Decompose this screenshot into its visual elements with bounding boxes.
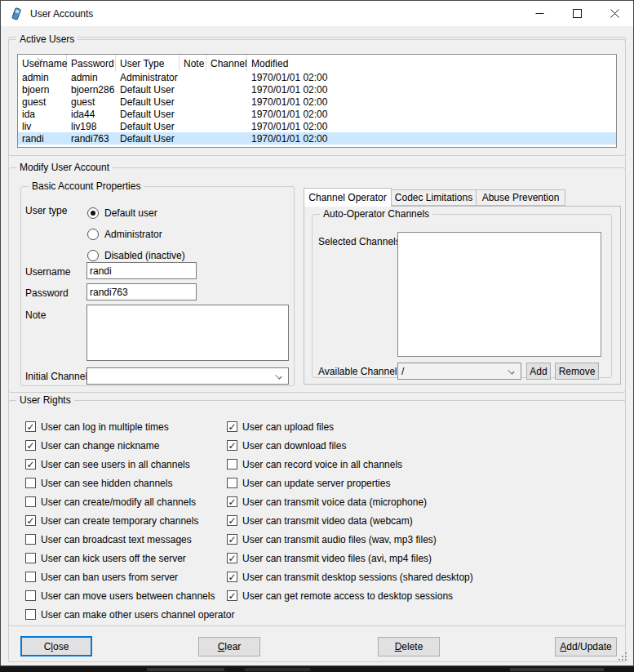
user-right-user-can-move-users-between-channels[interactable]: User can move users between channels xyxy=(25,586,234,605)
initial-channel-label: Initial Channel xyxy=(25,371,87,382)
user-type-radio-group: Default userAdministratorDisabled (inact… xyxy=(87,202,185,266)
unchecked-checkbox[interactable] xyxy=(25,478,36,488)
checked-checkbox[interactable] xyxy=(227,496,237,507)
add-channel-button[interactable]: Add xyxy=(526,363,551,380)
user-rights-right-column: User can upload filesUser can download f… xyxy=(227,417,473,605)
radio-option-administrator[interactable]: Administrator xyxy=(87,224,185,245)
checked-checkbox[interactable] xyxy=(25,459,36,470)
unchecked-checkbox[interactable] xyxy=(25,609,36,620)
username-field[interactable] xyxy=(86,262,197,279)
user-right-user-can-broadcast-text-messages[interactable]: User can broadcast text messages xyxy=(25,530,234,549)
column-header-password[interactable]: Password xyxy=(67,55,116,71)
radio-button[interactable] xyxy=(87,207,99,219)
app-icon xyxy=(10,7,23,20)
column-header-modified[interactable]: Modified xyxy=(247,55,616,71)
add-update-button[interactable]: Add/Update xyxy=(555,637,617,656)
radio-option-default-user[interactable]: Default user xyxy=(87,202,185,224)
remove-channel-button[interactable]: Remove xyxy=(555,363,599,380)
user-right-user-can-transmit-voice-data-microphone[interactable]: User can transmit voice data (microphone… xyxy=(227,492,473,511)
cell-username: admin xyxy=(18,72,67,83)
checkbox-label: User can transmit video files (avi, mp4 … xyxy=(242,553,432,564)
table-row[interactable]: idaida44Default User1970/01/01 02:00 xyxy=(18,108,616,120)
user-right-user-can-upload-files[interactable]: User can upload files xyxy=(227,417,473,436)
table-row[interactable]: randirandi763Default User1970/01/01 02:0… xyxy=(18,132,616,145)
available-channels-combobox[interactable]: / xyxy=(397,363,521,380)
checked-checkbox[interactable] xyxy=(227,590,237,601)
user-right-user-can-transmit-audio-files-wav-mp3-files[interactable]: User can transmit audio files (wav, mp3 … xyxy=(227,530,473,549)
clear-button[interactable]: Clear xyxy=(198,637,260,656)
table-row[interactable]: adminadminAdministrator1970/01/01 02:00 xyxy=(18,71,616,83)
checkbox-label: User can kick users off the server xyxy=(41,553,186,564)
user-right-user-can-see-hidden-channels[interactable]: User can see hidden channels xyxy=(25,474,234,492)
table-row[interactable]: guestguestDefault User1970/01/01 02:00 xyxy=(18,96,616,108)
selected-channels-listbox[interactable] xyxy=(397,232,601,357)
column-header-user-type[interactable]: User Type xyxy=(116,55,180,71)
titlebar[interactable]: User Accounts xyxy=(1,1,633,26)
unchecked-checkbox[interactable] xyxy=(25,553,36,563)
user-right-user-can-see-users-in-all-channels[interactable]: User can see users in all channels xyxy=(25,455,234,474)
sort-ascending-icon xyxy=(38,56,42,61)
radio-button[interactable] xyxy=(87,250,99,261)
user-right-user-can-create-modify-all-channels[interactable]: User can create/modify all channels xyxy=(25,492,234,511)
password-field[interactable] xyxy=(86,283,197,300)
user-right-user-can-log-in-multiple-times[interactable]: User can log in multiple times xyxy=(25,417,234,436)
checked-checkbox[interactable] xyxy=(25,515,36,526)
modify-user-account-group-label: Modify User Account xyxy=(16,162,113,173)
unchecked-checkbox[interactable] xyxy=(25,496,36,507)
user-right-user-can-download-files[interactable]: User can download files xyxy=(227,436,473,455)
close-button[interactable]: Close xyxy=(20,636,92,656)
user-right-user-can-change-nickname[interactable]: User can change nickname xyxy=(25,436,234,455)
checked-checkbox[interactable] xyxy=(227,572,237,582)
cell-user-type: Default User xyxy=(116,109,180,120)
checked-checkbox[interactable] xyxy=(227,515,237,526)
unchecked-checkbox[interactable] xyxy=(25,590,36,601)
delete-button[interactable]: Delete xyxy=(378,637,440,656)
user-right-user-can-record-voice-in-all-channels[interactable]: User can record voice in all channels xyxy=(227,455,473,474)
unchecked-checkbox[interactable] xyxy=(227,478,237,488)
checked-checkbox[interactable] xyxy=(227,534,237,545)
maximize-button[interactable] xyxy=(558,1,596,26)
active-users-table[interactable]: UsernamePasswordUser TypeNoteChannelModi… xyxy=(17,54,617,148)
user-right-user-can-transmit-desktop-sessions-shared-desktop[interactable]: User can transmit desktop sessions (shar… xyxy=(227,567,473,586)
column-header-username[interactable]: Username xyxy=(18,55,67,71)
user-type-label: User type xyxy=(25,205,67,216)
cell-modified: 1970/01/01 02:00 xyxy=(247,84,616,96)
radio-button[interactable] xyxy=(87,229,99,240)
user-right-user-can-get-remote-access-to-desktop-sessions[interactable]: User can get remote access to desktop se… xyxy=(227,586,473,605)
user-right-user-can-update-server-properties[interactable]: User can update server properties xyxy=(227,474,473,492)
user-right-user-can-kick-users-off-the-server[interactable]: User can kick users off the server xyxy=(25,549,234,567)
column-header-channel[interactable]: Channel xyxy=(206,55,247,71)
table-row[interactable]: livliv198Default User1970/01/01 02:00 xyxy=(18,120,616,132)
checked-checkbox[interactable] xyxy=(25,421,36,432)
unchecked-checkbox[interactable] xyxy=(25,534,36,545)
initial-channel-combobox[interactable] xyxy=(86,367,289,385)
checked-checkbox[interactable] xyxy=(227,421,237,432)
checkbox-label: User can make other users channel operat… xyxy=(41,609,234,621)
user-right-user-can-make-other-users-channel-operator[interactable]: User can make other users channel operat… xyxy=(25,605,234,624)
cell-password: admin xyxy=(67,72,116,83)
cell-user-type: Administrator xyxy=(116,72,180,83)
table-row[interactable]: bjoernbjoern286Default User1970/01/01 02… xyxy=(18,83,616,96)
user-right-user-can-ban-users-from-server[interactable]: User can ban users from server xyxy=(25,567,234,586)
checked-checkbox[interactable] xyxy=(25,440,36,451)
tab-abuse-prevention[interactable]: Abuse Prevention xyxy=(476,189,565,206)
user-right-user-can-create-temporary-channels[interactable]: User can create temporary channels xyxy=(25,511,234,530)
tab-channel-operator[interactable]: Channel Operator xyxy=(304,188,392,207)
checkbox-label: User can broadcast text messages xyxy=(41,534,192,545)
checked-checkbox[interactable] xyxy=(227,553,237,563)
user-right-user-can-transmit-video-data-webcam[interactable]: User can transmit video data (webcam) xyxy=(227,511,473,530)
user-right-user-can-transmit-video-files-avi-mp4-files[interactable]: User can transmit video files (avi, mp4 … xyxy=(227,549,473,567)
checkbox-label: User can transmit voice data (microphone… xyxy=(242,496,427,508)
column-header-note[interactable]: Note xyxy=(180,55,206,71)
note-field[interactable] xyxy=(86,305,289,361)
minimize-button[interactable] xyxy=(521,1,558,26)
unchecked-checkbox[interactable] xyxy=(227,459,237,470)
cell-modified: 1970/01/01 02:00 xyxy=(247,133,616,145)
close-window-button[interactable] xyxy=(596,1,633,26)
tab-codec-limitations[interactable]: Codec Limitations xyxy=(391,189,477,206)
cell-username: ida xyxy=(18,109,67,120)
resize-grip[interactable] xyxy=(618,652,628,662)
cell-password: guest xyxy=(67,96,116,108)
unchecked-checkbox[interactable] xyxy=(25,572,36,582)
checked-checkbox[interactable] xyxy=(227,440,237,451)
